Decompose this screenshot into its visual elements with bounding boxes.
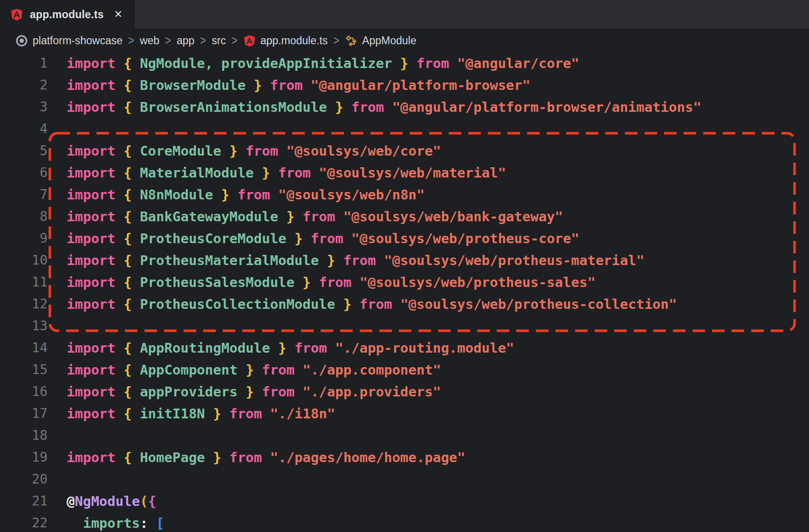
line-number[interactable]: 9 — [0, 231, 48, 246]
line-number[interactable]: 22 — [0, 515, 48, 531]
code-token: imports — [67, 515, 140, 531]
code-token: "@soulsys/web/material" — [319, 165, 506, 181]
breadcrumb-item-app[interactable]: app — [177, 34, 194, 47]
code-token: "./app.component" — [302, 362, 441, 378]
code-line[interactable]: 5import { CoreModule } from "@soulsys/we… — [0, 140, 809, 162]
code-token: { — [123, 340, 140, 356]
line-number[interactable]: 16 — [0, 384, 48, 399]
line-number[interactable]: 6 — [0, 165, 48, 180]
code-token: { — [123, 187, 140, 203]
line-number[interactable]: 21 — [0, 493, 48, 509]
code-token: import — [67, 406, 123, 422]
code-token: } — [213, 450, 229, 465]
code-token: "@soulsys/web/protheus-collection" — [400, 296, 677, 312]
breadcrumb-item-app-module-ts[interactable]: app.module.ts — [243, 34, 328, 47]
close-icon[interactable]: ✕ — [114, 9, 123, 20]
line-number[interactable]: 2 — [0, 77, 48, 93]
line-number[interactable]: 4 — [0, 121, 48, 136]
code-token: { — [123, 55, 140, 71]
code-line[interactable]: 3import { BrowserAnimationsModule } from… — [0, 96, 809, 118]
code-line[interactable]: 6import { MaterialModule } from "@soulsy… — [0, 162, 809, 184]
code-editor[interactable]: 1import { NgModule, provideAppInitialize… — [0, 52, 809, 532]
code-line[interactable]: 9import { ProtheusCoreModule } from "@so… — [0, 227, 809, 249]
breadcrumb-item-src[interactable]: src — [212, 34, 226, 47]
line-number[interactable]: 12 — [0, 296, 48, 312]
code-line[interactable]: 20 — [0, 468, 809, 490]
code-token: BankGatewayModule — [140, 209, 286, 225]
code-line[interactable]: 18 — [0, 424, 809, 446]
breadcrumb-item-appmodule[interactable]: AppModule — [345, 34, 416, 47]
line-number[interactable]: 10 — [0, 252, 48, 268]
code-line-content: import { BrowserModule } from "@angular/… — [67, 77, 530, 93]
line-number[interactable]: 1 — [0, 55, 48, 71]
code-line[interactable]: 16import { appProviders } from "./app.pr… — [0, 381, 809, 402]
code-token: } — [327, 252, 343, 268]
code-line[interactable]: 13 — [0, 315, 809, 337]
code-line[interactable]: 17import { initI18N } from "./i18n" — [0, 402, 809, 424]
code-line-content: import { AppRoutingModule } from "./app-… — [67, 340, 514, 356]
code-line[interactable]: 19import { HomePage } from "./pages/home… — [0, 446, 809, 468]
code-token: import — [67, 362, 123, 378]
line-number[interactable]: 5 — [0, 143, 48, 158]
code-line[interactable]: 10import { ProtheusMaterialModule } from… — [0, 249, 809, 271]
line-number[interactable]: 14 — [0, 340, 48, 355]
code-line[interactable]: 12import { ProtheusCollectionModule } fr… — [0, 293, 809, 315]
code-line-content: import { MaterialModule } from "@soulsys… — [67, 165, 506, 181]
line-number[interactable]: 7 — [0, 187, 48, 202]
code-token: "@soulsys/web/protheus-material" — [384, 252, 644, 268]
code-token: from — [351, 99, 392, 115]
breadcrumb-item-web[interactable]: web — [140, 34, 159, 47]
code-token: { — [123, 209, 140, 225]
code-line[interactable]: 11import { ProtheusSalesModule } from "@… — [0, 271, 809, 293]
code-line-content: import { BrowserAnimationsModule } from … — [67, 99, 701, 115]
line-number[interactable]: 20 — [0, 471, 48, 487]
breadcrumb-separator: > — [165, 33, 171, 48]
breadcrumb-item-platform-showcase[interactable]: platform-showcase — [15, 34, 123, 47]
code-line[interactable]: 1import { NgModule, provideAppInitialize… — [0, 52, 809, 74]
code-token: from — [319, 274, 359, 290]
breadcrumb-label: web — [140, 34, 159, 47]
code-token: NgModule — [75, 493, 140, 509]
code-token: import — [67, 384, 123, 400]
code-line[interactable]: 4 — [0, 118, 809, 140]
code-token: } — [343, 296, 360, 312]
code-token: { — [123, 77, 140, 93]
code-token: { — [123, 384, 140, 400]
line-number[interactable]: 8 — [0, 209, 48, 224]
code-line[interactable]: 21@NgModule({ — [0, 490, 809, 512]
line-number[interactable]: 15 — [0, 362, 48, 377]
code-line[interactable]: 7import { N8nModule } from "@soulsys/web… — [0, 184, 809, 205]
code-token: N8nModule — [140, 187, 221, 203]
line-number[interactable]: 17 — [0, 406, 48, 421]
code-token: import — [67, 340, 123, 356]
line-number[interactable]: 11 — [0, 274, 48, 290]
code-line[interactable]: 22 imports: [ — [0, 512, 809, 532]
code-token: } — [229, 143, 246, 159]
code-line[interactable]: 8import { BankGatewayModule } from "@sou… — [0, 205, 809, 227]
line-number[interactable]: 19 — [0, 450, 48, 465]
code-token: from — [262, 362, 302, 378]
code-token: import — [67, 77, 123, 93]
code-token: { — [123, 252, 140, 268]
code-token: "@soulsys/web/core" — [286, 143, 441, 159]
code-token: "@soulsys/web/protheus-sales" — [360, 274, 596, 290]
code-token: import — [67, 274, 123, 290]
code-line[interactable]: 2import { BrowserModule } from "@angular… — [0, 74, 809, 96]
code-token: } — [221, 187, 238, 203]
line-number[interactable]: 3 — [0, 99, 48, 115]
code-token: } — [400, 55, 417, 71]
code-token: from — [360, 296, 400, 312]
line-number[interactable]: 18 — [0, 428, 48, 443]
breadcrumb-label: src — [212, 34, 226, 47]
code-line[interactable]: 15import { AppComponent } from "./app.co… — [0, 359, 809, 381]
code-token: ( — [140, 493, 148, 509]
code-token: } — [278, 340, 295, 356]
code-token: } — [246, 384, 262, 400]
code-line[interactable]: 14import { AppRoutingModule } from "./ap… — [0, 337, 809, 359]
code-token: } — [254, 77, 270, 93]
code-token: ProtheusCoreModule — [140, 231, 295, 246]
breadcrumb-separator: > — [232, 33, 238, 48]
line-number[interactable]: 13 — [0, 318, 48, 334]
tab-app-module-ts[interactable]: app.module.ts ✕ — [0, 0, 135, 29]
code-token: { — [148, 493, 156, 509]
